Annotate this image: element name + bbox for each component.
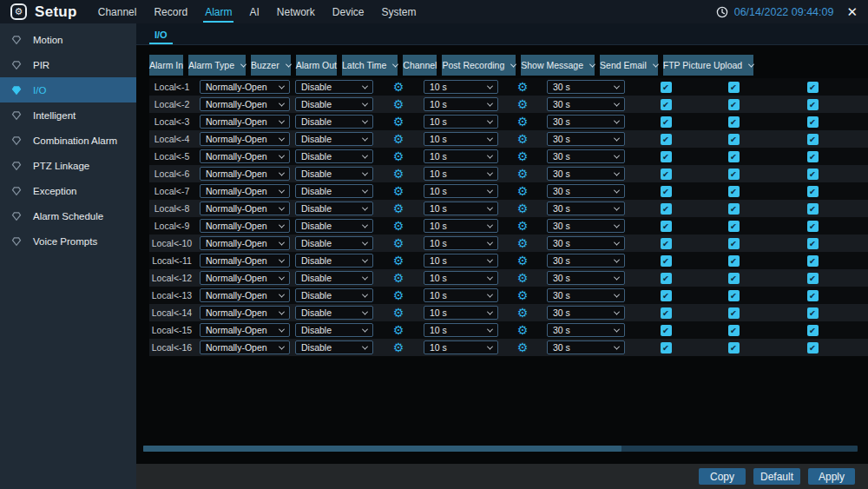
alarm-type-select[interactable]: Normally-Open: [200, 254, 290, 268]
latch-time-select[interactable]: 10 s: [424, 80, 498, 94]
show-message-checkbox[interactable]: [661, 186, 672, 197]
sidebar-item-motion[interactable]: Motion: [0, 27, 136, 52]
ftp-picture-upload-checkbox[interactable]: [807, 221, 819, 232]
alarm-type-select[interactable]: Normally-Open: [200, 340, 290, 354]
sidebar-item-exception[interactable]: Exception: [0, 178, 136, 203]
channel-settings-icon[interactable]: ⚙: [517, 150, 529, 162]
ftp-picture-upload-checkbox[interactable]: [807, 307, 819, 319]
send-email-checkbox[interactable]: [728, 134, 740, 145]
buzzer-select[interactable]: Disable: [295, 80, 373, 94]
latch-time-select[interactable]: 10 s: [424, 271, 498, 285]
channel-settings-icon[interactable]: ⚙: [517, 133, 529, 145]
post-recording-select[interactable]: 30 s: [547, 323, 625, 337]
alarm-out-settings-icon[interactable]: ⚙: [393, 150, 404, 162]
sidebar-item-combination-alarm[interactable]: Combination Alarm: [0, 128, 136, 153]
channel-settings-icon[interactable]: ⚙: [517, 98, 529, 110]
send-email-checkbox[interactable]: [728, 221, 740, 232]
buzzer-select[interactable]: Disable: [295, 132, 373, 146]
channel-settings-icon[interactable]: ⚙: [517, 81, 529, 93]
alarm-out-settings-icon[interactable]: ⚙: [393, 220, 404, 232]
channel-settings-icon[interactable]: ⚙: [517, 307, 529, 319]
send-email-checkbox[interactable]: [728, 82, 740, 93]
alarm-out-settings-icon[interactable]: ⚙: [393, 307, 404, 319]
buzzer-select[interactable]: Disable: [295, 254, 373, 268]
send-email-checkbox[interactable]: [728, 255, 740, 267]
action-button-apply[interactable]: Apply: [808, 468, 855, 485]
alarm-type-select[interactable]: Normally-Open: [200, 236, 290, 250]
send-email-checkbox[interactable]: [728, 186, 740, 197]
ftp-picture-upload-checkbox[interactable]: [807, 325, 819, 336]
latch-time-select[interactable]: 10 s: [424, 167, 498, 181]
send-email-checkbox[interactable]: [728, 151, 740, 162]
alarm-type-select[interactable]: Normally-Open: [200, 115, 290, 129]
alarm-type-select[interactable]: Normally-Open: [200, 202, 290, 215]
channel-settings-icon[interactable]: ⚙: [517, 202, 529, 215]
send-email-checkbox[interactable]: [728, 325, 740, 336]
alarm-out-settings-icon[interactable]: ⚙: [393, 202, 404, 215]
latch-time-select[interactable]: 10 s: [424, 323, 498, 337]
channel-settings-icon[interactable]: ⚙: [517, 254, 529, 267]
alarm-out-settings-icon[interactable]: ⚙: [393, 185, 404, 197]
column-header-send-email[interactable]: Send Email: [600, 55, 658, 76]
menu-tab-ai[interactable]: AI: [247, 2, 260, 23]
post-recording-select[interactable]: 30 s: [547, 202, 625, 215]
channel-settings-icon[interactable]: ⚙: [517, 116, 529, 128]
column-header-alarm-out[interactable]: Alarm Out: [296, 55, 337, 76]
menu-tab-network[interactable]: Network: [275, 2, 317, 23]
action-button-copy[interactable]: Copy: [699, 468, 746, 485]
alarm-type-select[interactable]: Normally-Open: [200, 288, 290, 302]
send-email-checkbox[interactable]: [728, 342, 740, 354]
menu-tab-record[interactable]: Record: [152, 2, 189, 23]
show-message-checkbox[interactable]: [661, 273, 672, 284]
buzzer-select[interactable]: Disable: [295, 271, 373, 285]
alarm-out-settings-icon[interactable]: ⚙: [393, 324, 404, 336]
latch-time-select[interactable]: 10 s: [424, 202, 498, 215]
channel-settings-icon[interactable]: ⚙: [517, 341, 529, 354]
show-message-checkbox[interactable]: [661, 255, 672, 267]
ftp-picture-upload-checkbox[interactable]: [807, 290, 819, 301]
buzzer-select[interactable]: Disable: [295, 184, 373, 198]
column-header-alarm-in[interactable]: Alarm In: [149, 55, 183, 76]
close-icon[interactable]: ✕: [846, 4, 858, 20]
alarm-type-select[interactable]: Normally-Open: [200, 184, 290, 198]
column-header-post-recording[interactable]: Post Recording: [442, 55, 516, 76]
channel-settings-icon[interactable]: ⚙: [517, 324, 529, 336]
show-message-checkbox[interactable]: [661, 325, 672, 336]
menu-tab-alarm[interactable]: Alarm: [203, 2, 233, 23]
latch-time-select[interactable]: 10 s: [424, 288, 498, 302]
alarm-type-select[interactable]: Normally-Open: [200, 132, 290, 146]
sidebar-item-voice-prompts[interactable]: Voice Prompts: [0, 228, 136, 254]
alarm-out-settings-icon[interactable]: ⚙: [393, 341, 404, 354]
buzzer-select[interactable]: Disable: [295, 115, 373, 129]
send-email-checkbox[interactable]: [728, 307, 740, 319]
show-message-checkbox[interactable]: [661, 134, 672, 145]
ftp-picture-upload-checkbox[interactable]: [807, 99, 819, 110]
menu-tab-system[interactable]: System: [380, 2, 418, 23]
channel-settings-icon[interactable]: ⚙: [517, 237, 529, 249]
channel-settings-icon[interactable]: ⚙: [517, 168, 529, 180]
buzzer-select[interactable]: Disable: [295, 202, 373, 215]
latch-time-select[interactable]: 10 s: [424, 132, 498, 146]
buzzer-select[interactable]: Disable: [295, 340, 373, 354]
action-button-default[interactable]: Default: [753, 468, 800, 485]
ftp-picture-upload-checkbox[interactable]: [807, 169, 819, 180]
sidebar-item-alarm-schedule[interactable]: Alarm Schedule: [0, 203, 136, 228]
ftp-picture-upload-checkbox[interactable]: [807, 151, 819, 162]
post-recording-select[interactable]: 30 s: [547, 149, 625, 163]
buzzer-select[interactable]: Disable: [295, 288, 373, 302]
sidebar-item-pir[interactable]: PIR: [0, 52, 136, 77]
send-email-checkbox[interactable]: [728, 290, 740, 301]
send-email-checkbox[interactable]: [728, 203, 740, 215]
channel-settings-icon[interactable]: ⚙: [517, 272, 529, 284]
column-header-show-message[interactable]: Show Message: [521, 55, 595, 76]
post-recording-select[interactable]: 30 s: [547, 306, 625, 320]
show-message-checkbox[interactable]: [661, 221, 672, 232]
show-message-checkbox[interactable]: [661, 290, 672, 301]
channel-settings-icon[interactable]: ⚙: [517, 185, 529, 197]
sidebar-item-intelligent[interactable]: Intelligent: [0, 102, 136, 128]
buzzer-select[interactable]: Disable: [295, 236, 373, 250]
buzzer-select[interactable]: Disable: [295, 167, 373, 181]
latch-time-select[interactable]: 10 s: [424, 340, 498, 354]
buzzer-select[interactable]: Disable: [295, 97, 373, 111]
alarm-out-settings-icon[interactable]: ⚙: [393, 272, 404, 284]
